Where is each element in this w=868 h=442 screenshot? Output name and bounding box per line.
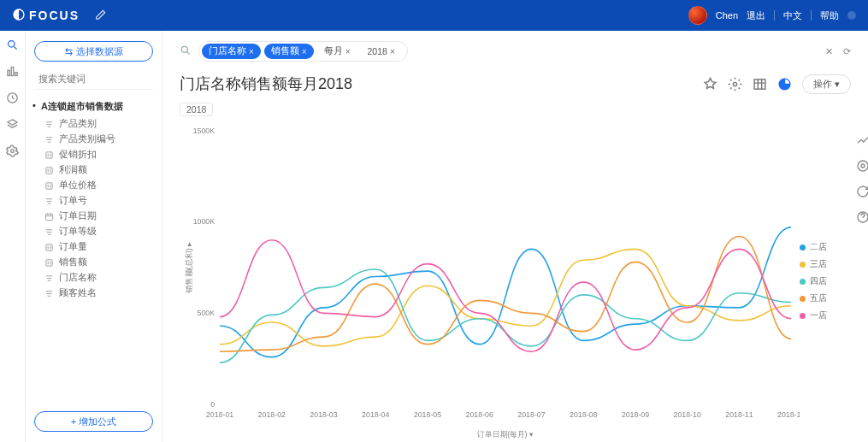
field-item[interactable]: 利润额 [44, 164, 153, 176]
sidebar-search[interactable] [34, 74, 153, 90]
query-search-icon[interactable] [180, 44, 192, 58]
rail-chart-icon[interactable] [6, 65, 19, 78]
field-item[interactable]: 订单号 [44, 195, 153, 207]
legend-swatch [800, 313, 806, 319]
lang-link[interactable]: 中文 [783, 9, 802, 22]
rail-search-icon[interactable] [6, 38, 19, 51]
field-type-icon [44, 212, 54, 221]
chip-remove-icon[interactable]: × [302, 47, 307, 56]
config-icon[interactable] [856, 159, 868, 173]
field-type-icon [44, 135, 54, 144]
brand-text: FOCUS [29, 9, 80, 22]
field-item[interactable]: 门店名称 [44, 272, 153, 284]
legend-item[interactable]: 一店 [800, 309, 851, 321]
brand-logo[interactable]: FOCUS [12, 8, 80, 24]
svg-rect-1 [8, 70, 10, 75]
legend-item[interactable]: 三店 [800, 258, 851, 270]
legend-item[interactable]: 五店 [800, 292, 851, 304]
table-icon[interactable] [753, 77, 767, 91]
field-item[interactable]: 订单量 [44, 241, 153, 253]
field-label: 顾客姓名 [59, 287, 97, 299]
sidebar-search-input[interactable] [38, 74, 156, 84]
svg-text:2018-10: 2018-10 [674, 410, 701, 419]
svg-text:2018-02: 2018-02 [258, 410, 286, 419]
chip-remove-icon[interactable]: × [390, 47, 395, 56]
logout-link[interactable]: 退出 [747, 9, 765, 22]
field-item[interactable]: 订单等级 [44, 226, 153, 238]
field-item[interactable]: 产品类别 [44, 118, 153, 130]
svg-text:2018-12: 2018-12 [777, 410, 800, 419]
svg-rect-8 [46, 167, 52, 173]
field-label: 订单日期 [59, 210, 97, 222]
legend-swatch [800, 279, 806, 285]
field-item[interactable]: 促销折扣 [44, 149, 153, 161]
svg-rect-15 [754, 79, 765, 88]
help-badge[interactable] [847, 11, 856, 20]
rail-gear-icon[interactable] [6, 144, 19, 157]
svg-point-35 [858, 161, 868, 171]
svg-rect-10 [45, 214, 52, 220]
field-label: 订单号 [59, 195, 87, 207]
field-type-icon [44, 274, 54, 283]
legend-item[interactable]: 二店 [800, 241, 851, 253]
refresh-query-icon[interactable]: ⟳ [843, 46, 851, 57]
query-chip[interactable]: 每月× [317, 44, 357, 59]
rail-history-icon[interactable] [6, 91, 19, 104]
clear-query-icon[interactable]: ✕ [825, 46, 833, 57]
rail-layers-icon[interactable] [6, 118, 19, 131]
chart-tools-rail [856, 133, 868, 224]
svg-text:2018-04: 2018-04 [362, 410, 389, 419]
reload-icon[interactable] [856, 185, 868, 198]
svg-text:0: 0 [210, 400, 215, 409]
trend-icon[interactable] [856, 133, 868, 147]
legend-label: 一店 [810, 309, 827, 321]
legend-label: 四店 [810, 275, 827, 287]
query-bar: 门店名称×销售额×每月×2018× ✕ ⟳ [180, 41, 851, 62]
svg-rect-9 [46, 182, 52, 188]
chart-type-icon[interactable] [777, 77, 792, 91]
question-icon[interactable] [856, 210, 868, 224]
legend-label: 五店 [810, 292, 827, 304]
user-name[interactable]: Chen [716, 10, 738, 21]
series-line[interactable] [220, 227, 791, 357]
chart-area[interactable]: 0500K1000K1500K2018-012018-022018-032018… [180, 121, 800, 442]
operation-dropdown[interactable]: 操作▾ [802, 74, 851, 94]
edit-icon[interactable] [95, 9, 107, 22]
field-item[interactable]: 订单日期 [44, 210, 153, 222]
pin-icon[interactable] [703, 77, 717, 91]
field-label: 门店名称 [59, 272, 97, 284]
year-filter-badge[interactable]: 2018 [180, 103, 213, 116]
field-type-icon [44, 150, 54, 160]
legend-label: 三店 [810, 258, 827, 270]
chip-remove-icon[interactable]: × [345, 47, 351, 56]
field-type-icon [44, 243, 54, 252]
svg-text:2018-03: 2018-03 [310, 410, 337, 419]
series-line[interactable] [220, 269, 791, 362]
field-item[interactable]: 销售额 [44, 256, 153, 268]
field-label: 促销折扣 [59, 149, 97, 161]
field-type-icon [44, 289, 54, 298]
field-item[interactable]: 产品类别编号 [44, 133, 153, 145]
settings-icon[interactable] [728, 77, 742, 91]
legend-item[interactable]: 四店 [800, 275, 851, 287]
add-formula-button[interactable]: + 增加公式 [34, 411, 153, 432]
select-datasource-button[interactable]: ⇆ 选择数据源 [34, 41, 153, 62]
field-list: 产品类别产品类别编号促销折扣利润额单位价格订单号订单日期订单等级订单量销售额门店… [34, 118, 153, 299]
field-item[interactable]: 单位价格 [44, 180, 153, 192]
query-chips[interactable]: 门店名称×销售额×每月×2018× [198, 41, 408, 62]
avatar[interactable] [688, 6, 707, 25]
query-chip[interactable]: 2018× [361, 44, 402, 58]
topbar: FOCUS Chen 退出 中文 帮助 [0, 0, 868, 31]
help-link[interactable]: 帮助 [820, 9, 839, 22]
divider [811, 10, 812, 21]
query-chip[interactable]: 门店名称× [202, 44, 261, 59]
chevron-down-icon: ▾ [835, 79, 840, 90]
chip-remove-icon[interactable]: × [249, 47, 254, 56]
field-type-icon [44, 181, 54, 191]
dataset-title[interactable]: A连锁超市销售数据 [34, 100, 153, 113]
svg-text:1000K: 1000K [193, 217, 215, 226]
field-item[interactable]: 顾客姓名 [44, 287, 153, 299]
field-type-icon [44, 227, 54, 237]
query-chip[interactable]: 销售额× [264, 44, 314, 59]
svg-point-14 [733, 82, 736, 85]
